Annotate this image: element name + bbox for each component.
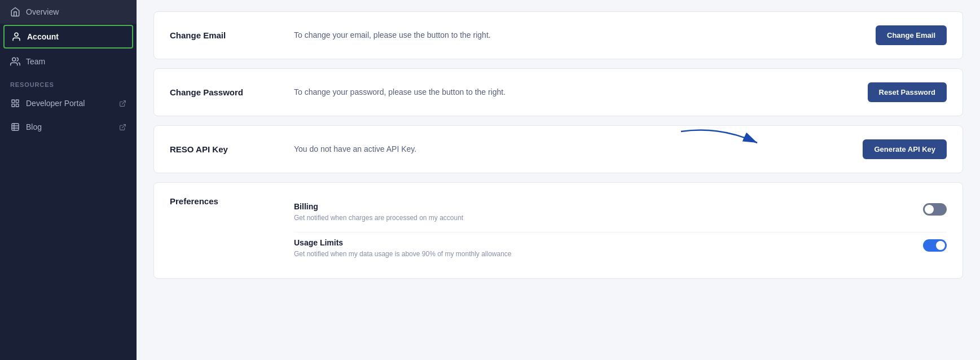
sidebar-item-team[interactable]: Team — [0, 50, 137, 73]
billing-sub: Get notified when charges are processed … — [294, 213, 463, 223]
preferences-content: Billing Get notified when charges are pr… — [294, 196, 947, 265]
reso-api-key-title: RESO API Key — [170, 144, 283, 154]
sidebar-item-label: Overview — [26, 7, 59, 16]
billing-toggle-slider — [923, 203, 947, 216]
team-icon — [10, 56, 20, 67]
generate-api-key-button[interactable]: Generate API Key — [863, 139, 947, 159]
billing-toggle[interactable] — [923, 203, 947, 216]
change-email-card: Change Email To change your email, pleas… — [153, 11, 963, 59]
svg-point-1 — [12, 58, 16, 61]
svg-rect-7 — [12, 124, 19, 130]
svg-rect-2 — [12, 100, 15, 103]
change-password-card: Change Password To change your password,… — [153, 68, 963, 116]
svg-line-6 — [122, 100, 125, 104]
main-content: Change Email To change your email, pleas… — [137, 0, 980, 360]
sidebar-item-blog[interactable]: Blog — [0, 115, 137, 139]
book-icon — [10, 122, 20, 132]
change-email-action: Change Email — [876, 25, 947, 45]
sidebar-item-label: Team — [26, 57, 45, 66]
billing-label: Billing — [294, 202, 463, 211]
external-link-icon-blog — [118, 123, 126, 131]
sidebar-item-label: Developer Portal — [26, 99, 85, 108]
change-password-action: Reset Password — [868, 82, 947, 102]
reso-api-key-action: Generate API Key — [863, 139, 947, 159]
change-password-desc: To change your password, please use the … — [294, 86, 856, 98]
change-email-desc: To change your email, please use the but… — [294, 29, 864, 41]
svg-point-0 — [15, 33, 18, 36]
user-icon — [11, 32, 21, 42]
svg-rect-3 — [16, 100, 19, 103]
svg-rect-5 — [12, 104, 15, 107]
svg-rect-4 — [16, 104, 19, 107]
preferences-title: Preferences — [170, 196, 283, 265]
sidebar: Overview Account Team RESOURCES — [0, 0, 137, 360]
sidebar-item-overview[interactable]: Overview — [0, 0, 137, 24]
usage-limits-toggle[interactable] — [923, 239, 947, 252]
usage-limits-label: Usage Limits — [294, 238, 512, 247]
sidebar-item-label: Blog — [26, 122, 42, 131]
resources-section-label: RESOURCES — [0, 73, 137, 91]
change-email-title: Change Email — [170, 30, 283, 40]
billing-text: Billing Get notified when charges are pr… — [294, 202, 463, 223]
home-icon — [10, 7, 20, 17]
svg-line-11 — [122, 124, 125, 128]
reso-api-key-desc: You do not have an active API Key. — [294, 143, 851, 155]
sidebar-item-account[interactable]: Account — [3, 25, 133, 49]
sidebar-item-developer-portal[interactable]: Developer Portal — [0, 91, 137, 115]
reso-api-key-card: RESO API Key You do not have an active A… — [153, 125, 963, 173]
change-password-title: Change Password — [170, 87, 283, 97]
sidebar-item-label: Account — [27, 32, 59, 41]
usage-limits-toggle-slider — [923, 239, 947, 252]
change-email-button[interactable]: Change Email — [876, 25, 947, 45]
usage-limits-preference-row: Usage Limits Get notified when my data u… — [294, 232, 947, 265]
usage-limits-sub: Get notified when my data usage is above… — [294, 249, 512, 259]
grid-icon — [10, 98, 20, 108]
preferences-card: Preferences Billing Get notified when ch… — [153, 182, 963, 279]
billing-preference-row: Billing Get notified when charges are pr… — [294, 196, 947, 229]
usage-limits-text: Usage Limits Get notified when my data u… — [294, 238, 512, 259]
external-link-icon — [118, 99, 126, 107]
reset-password-button[interactable]: Reset Password — [868, 82, 947, 102]
